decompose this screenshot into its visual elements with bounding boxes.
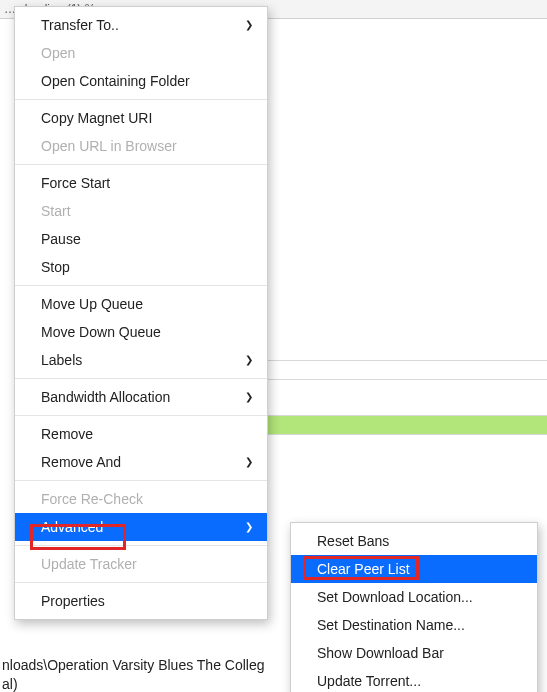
menu-item-label: Update Torrent... xyxy=(317,673,421,689)
menu-bandwidth-allocation[interactable]: Bandwidth Allocation ❯ xyxy=(15,383,267,411)
submenu-clear-peer-list[interactable]: Clear Peer List xyxy=(291,555,537,583)
menu-separator xyxy=(15,545,267,546)
menu-start: Start xyxy=(15,197,267,225)
menu-item-label: Show Download Bar xyxy=(317,645,444,661)
menu-item-label: Reset Bans xyxy=(317,533,389,549)
menu-stop[interactable]: Stop xyxy=(15,253,267,281)
submenu-set-download-location[interactable]: Set Download Location... xyxy=(291,583,537,611)
menu-open-url-in-browser: Open URL in Browser xyxy=(15,132,267,160)
menu-item-label: Remove xyxy=(41,426,93,442)
menu-item-label: Advanced xyxy=(41,519,103,535)
chevron-right-icon: ❯ xyxy=(237,522,253,532)
menu-item-label: Set Destination Name... xyxy=(317,617,465,633)
menu-separator xyxy=(15,582,267,583)
background-list-rows xyxy=(268,360,547,435)
menu-labels[interactable]: Labels ❯ xyxy=(15,346,267,374)
context-menu: Transfer To.. ❯ Open Open Containing Fol… xyxy=(14,6,268,620)
background-path-line: nloads\Operation Varsity Blues The Colle… xyxy=(2,657,265,673)
menu-item-label: Stop xyxy=(41,259,70,275)
menu-item-label: Remove And xyxy=(41,454,121,470)
menu-separator xyxy=(15,480,267,481)
menu-item-label: Force Start xyxy=(41,175,110,191)
menu-remove[interactable]: Remove xyxy=(15,420,267,448)
submenu-advanced: Reset Bans Clear Peer List Set Download … xyxy=(290,522,538,692)
menu-item-label: Open xyxy=(41,45,75,61)
chevron-right-icon: ❯ xyxy=(237,20,253,30)
menu-open-containing-folder[interactable]: Open Containing Folder xyxy=(15,67,267,95)
submenu-reset-bans[interactable]: Reset Bans xyxy=(291,527,537,555)
menu-move-down-queue[interactable]: Move Down Queue xyxy=(15,318,267,346)
background-path-line-2: al) xyxy=(2,676,18,692)
menu-item-label: Bandwidth Allocation xyxy=(41,389,170,405)
menu-force-start[interactable]: Force Start xyxy=(15,169,267,197)
menu-transfer-to[interactable]: Transfer To.. ❯ xyxy=(15,11,267,39)
menu-item-label: Copy Magnet URI xyxy=(41,110,152,126)
menu-item-label: Set Download Location... xyxy=(317,589,473,605)
menu-item-label: Update Tracker xyxy=(41,556,137,572)
chevron-right-icon: ❯ xyxy=(237,457,253,467)
menu-advanced[interactable]: Advanced ❯ xyxy=(15,513,267,541)
menu-item-label: Transfer To.. xyxy=(41,17,119,33)
menu-separator xyxy=(15,99,267,100)
menu-item-label: Pause xyxy=(41,231,81,247)
submenu-update-torrent[interactable]: Update Torrent... xyxy=(291,667,537,692)
menu-separator xyxy=(15,415,267,416)
menu-item-label: Properties xyxy=(41,593,105,609)
submenu-show-download-bar[interactable]: Show Download Bar xyxy=(291,639,537,667)
menu-item-label: Open URL in Browser xyxy=(41,138,177,154)
menu-item-label: Open Containing Folder xyxy=(41,73,190,89)
chevron-right-icon: ❯ xyxy=(237,355,253,365)
menu-force-recheck: Force Re-Check xyxy=(15,485,267,513)
menu-properties[interactable]: Properties xyxy=(15,587,267,615)
menu-separator xyxy=(15,378,267,379)
menu-item-label: Start xyxy=(41,203,71,219)
menu-pause[interactable]: Pause xyxy=(15,225,267,253)
menu-item-label: Move Up Queue xyxy=(41,296,143,312)
menu-update-tracker: Update Tracker xyxy=(15,550,267,578)
menu-item-label: Clear Peer List xyxy=(317,561,410,577)
menu-separator xyxy=(15,164,267,165)
menu-item-label: Force Re-Check xyxy=(41,491,143,507)
menu-move-up-queue[interactable]: Move Up Queue xyxy=(15,290,267,318)
menu-remove-and[interactable]: Remove And ❯ xyxy=(15,448,267,476)
submenu-set-destination-name[interactable]: Set Destination Name... xyxy=(291,611,537,639)
menu-copy-magnet-uri[interactable]: Copy Magnet URI xyxy=(15,104,267,132)
menu-separator xyxy=(15,285,267,286)
menu-open: Open xyxy=(15,39,267,67)
menu-item-label: Move Down Queue xyxy=(41,324,161,340)
menu-item-label: Labels xyxy=(41,352,82,368)
chevron-right-icon: ❯ xyxy=(237,392,253,402)
